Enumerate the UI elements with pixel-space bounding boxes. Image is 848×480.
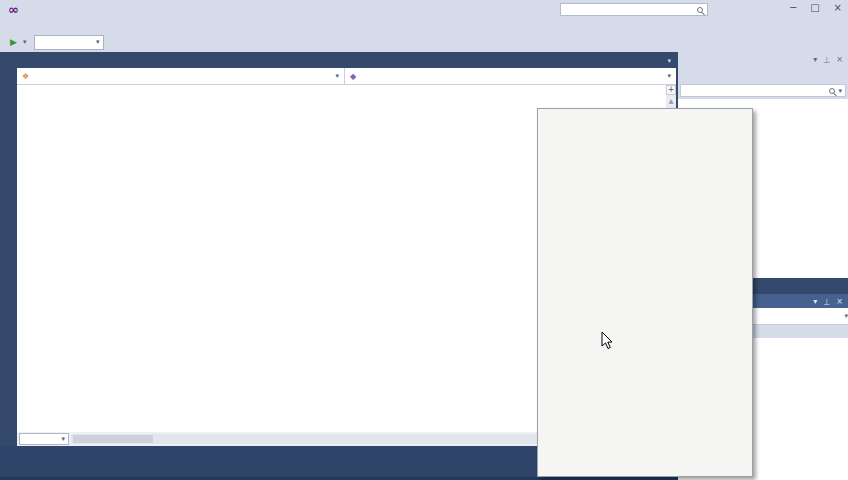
editor-splitter-handle[interactable]: + (666, 85, 676, 95)
window-controls: ─ □ × (790, 2, 842, 13)
pin-icon[interactable]: ⊤ (823, 55, 830, 64)
search-icon (829, 88, 835, 94)
close-icon[interactable]: × (836, 297, 843, 306)
menu-bar (0, 19, 2, 32)
editor-zoom-dropdown[interactable]: ▾ (19, 433, 69, 445)
side-tab-strip (0, 52, 17, 446)
chevron-down-icon: ▾ (844, 312, 848, 320)
tab-overflow-icon[interactable]: ▾ (667, 57, 671, 65)
chevron-down-icon: ▾ (335, 72, 339, 80)
solution-explorer-header: ▾ ⊤ × (678, 52, 848, 66)
member-dropdown[interactable]: ◆ ▾ (345, 68, 676, 84)
mouse-cursor (601, 331, 614, 350)
close-icon[interactable]: × (836, 55, 843, 64)
pin-icon[interactable]: ⊤ (823, 297, 830, 306)
quick-launch-input[interactable] (560, 3, 708, 16)
window-position-icon[interactable]: ▾ (813, 55, 817, 64)
project-context-menu (537, 108, 753, 477)
close-button[interactable]: × (834, 2, 842, 13)
start-debugging-button[interactable]: ▶ ▾ (10, 37, 26, 47)
window-position-icon[interactable]: ▾ (813, 297, 817, 306)
title-bar: ∞ ─ □ × (0, 0, 848, 19)
document-tab-strip (17, 52, 676, 68)
visual-studio-window: ∞ ─ □ × ▶ ▾ ▾ ▾ ❖ (0, 0, 848, 480)
type-dropdown[interactable]: ❖ ▾ (17, 68, 345, 84)
standard-toolbar: ▶ ▾ ▾ (0, 32, 848, 52)
chevron-down-icon: ▾ (667, 72, 671, 80)
minimize-button[interactable]: ─ (790, 2, 796, 13)
chevron-down-icon: ▾ (61, 435, 65, 443)
class-icon: ❖ (22, 72, 29, 81)
scroll-up-icon[interactable]: ▲ (666, 97, 676, 104)
solution-explorer-toolbar (678, 66, 848, 83)
solution-configuration-dropdown[interactable]: ▾ (34, 35, 104, 50)
method-icon: ◆ (350, 72, 356, 81)
play-icon: ▶ (10, 37, 17, 47)
chevron-down-icon: ▾ (96, 38, 100, 46)
solution-explorer-search-input[interactable]: ▾ (680, 84, 846, 97)
search-icon (697, 7, 703, 13)
chevron-down-icon: ▾ (23, 38, 27, 46)
visual-studio-logo-icon: ∞ (8, 2, 19, 17)
horizontal-scrollbar-thumb[interactable] (73, 435, 153, 443)
panel-header-icons: ▾ ⊤ × (813, 55, 843, 64)
chevron-down-icon: ▾ (838, 87, 842, 95)
navigation-bar: ❖ ▾ ◆ ▾ (17, 68, 676, 85)
maximize-button[interactable]: □ (810, 2, 819, 13)
